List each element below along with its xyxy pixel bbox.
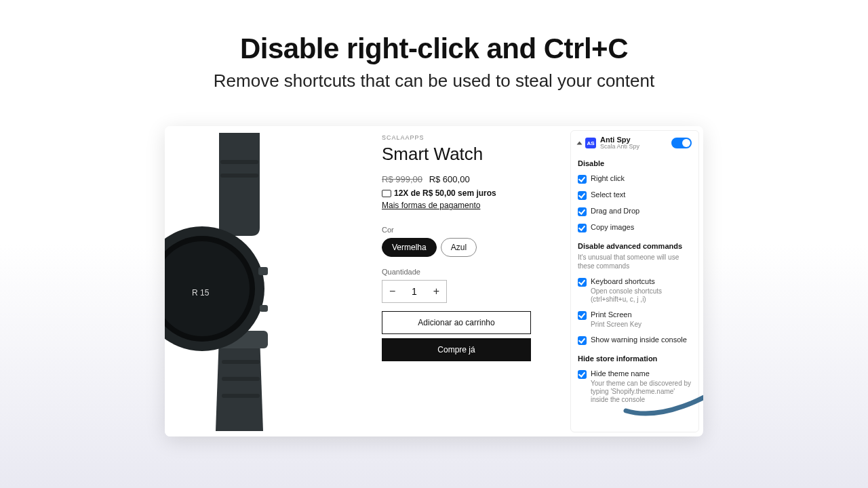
sub-print-screen: Print Screen Key [591, 321, 692, 329]
label-keyboard-shortcuts: Keyboard shortcuts [591, 277, 655, 286]
checkbox-print-screen[interactable] [578, 311, 587, 320]
qty-label: Quantidade [382, 268, 558, 276]
checkbox-right-click[interactable] [578, 175, 587, 184]
label-console-warning: Show warning inside console [591, 336, 687, 344]
option-label: Cor [382, 226, 558, 234]
svg-text:R  15: R 15 [192, 288, 210, 298]
installments-row: 12X de R$ 50,00 sem juros [382, 188, 558, 198]
installments-text: 12X de R$ 50,00 sem juros [394, 188, 496, 198]
checkbox-select-text[interactable] [578, 191, 587, 200]
add-to-cart-button[interactable]: Adicionar ao carrinho [382, 311, 531, 334]
price-row: R$ 999,00 R$ 600,00 [382, 174, 558, 184]
qty-plus[interactable]: + [433, 285, 439, 298]
product-area: R 15 SCALAAPPS Smart Watch R$ 999,00 R$ … [165, 126, 568, 436]
buy-now-button[interactable]: Compre já [382, 338, 531, 361]
label-copy-images: Copy images [591, 223, 634, 232]
option-azul[interactable]: Azul [441, 238, 477, 257]
checkbox-console-warning[interactable] [578, 336, 587, 345]
hero-subtitle: Remove shortcuts that can be used to ste… [0, 70, 868, 92]
card-icon [382, 190, 391, 197]
qty-value: 1 [412, 286, 417, 297]
product-image: R 15 [165, 133, 368, 431]
option-vermelha[interactable]: Vermelha [382, 238, 437, 257]
svg-rect-1 [220, 174, 258, 178]
svg-rect-2 [222, 360, 260, 364]
sub-keyboard-shortcuts: Open console shortcuts (ctrl+shift+u, c,… [591, 287, 692, 304]
price-current: R$ 600,00 [429, 174, 470, 184]
product-info: SCALAAPPS Smart Watch R$ 999,00 R$ 600,0… [382, 134, 558, 361]
app-icon: AS [585, 138, 596, 148]
sub-hide-theme: Your theme can be discovered by typing '… [591, 380, 692, 404]
app-subtitle: Scala Anti Spy [600, 144, 639, 150]
section-hide: Hide store information [578, 354, 692, 363]
svg-rect-4 [222, 394, 260, 398]
label-print-screen: Print Screen [591, 310, 632, 319]
section-disable: Disable [578, 159, 692, 167]
qty-minus[interactable]: − [389, 285, 395, 298]
svg-rect-11 [260, 305, 268, 312]
product-vendor: SCALAAPPS [382, 134, 558, 141]
screenshot-card: R 15 SCALAAPPS Smart Watch R$ 999,00 R$ … [165, 126, 703, 436]
hero-title: Disable right-click and Ctrl+C [0, 33, 868, 65]
qty-stepper[interactable]: − 1 + [382, 280, 447, 303]
label-select-text: Select text [591, 190, 625, 199]
more-payments-link[interactable]: Mais formas de pagamento [382, 201, 480, 210]
advanced-note: It's unusual that someone will use these… [578, 253, 692, 270]
checkbox-copy-images[interactable] [578, 224, 587, 232]
svg-rect-10 [258, 267, 268, 275]
app-header[interactable]: AS Anti Spy Scala Anti Spy [578, 136, 692, 150]
section-advanced: Disable advanced commands [578, 242, 692, 250]
app-enable-toggle[interactable] [671, 138, 692, 148]
checkbox-hide-theme[interactable] [578, 370, 587, 379]
price-compare: R$ 999,00 [382, 174, 422, 184]
label-drag-drop: Drag and Drop [591, 207, 639, 216]
svg-rect-0 [220, 160, 258, 164]
checkbox-keyboard-shortcuts[interactable] [578, 278, 587, 287]
label-hide-theme: Hide theme name [591, 369, 650, 378]
settings-panel: AS Anti Spy Scala Anti Spy Disable Right… [570, 130, 699, 432]
caret-icon [577, 142, 583, 145]
checkbox-drag-drop[interactable] [578, 207, 587, 216]
svg-rect-3 [222, 377, 260, 381]
label-right-click: Right click [591, 174, 625, 183]
product-title: Smart Watch [382, 144, 558, 165]
